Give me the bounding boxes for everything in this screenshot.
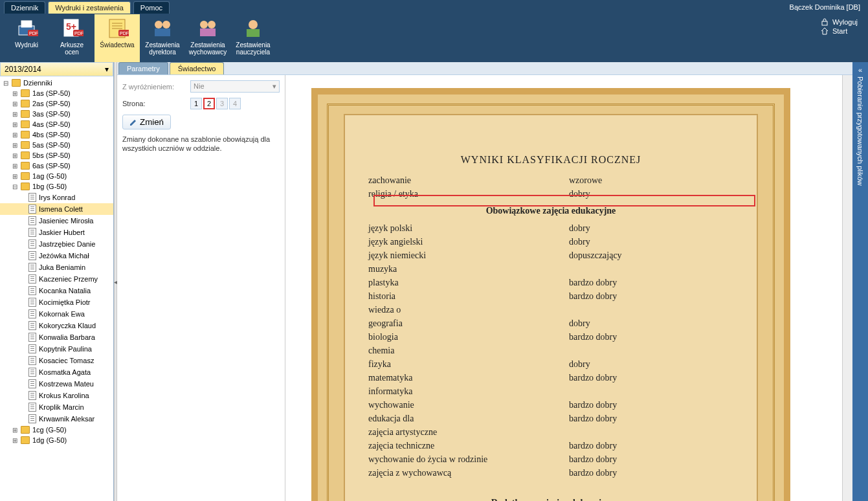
tree-class[interactable]: ⊞5as (SP-50) — [0, 140, 113, 150]
ribbon-label: Świadectwa — [100, 41, 134, 49]
top-tab[interactable]: Pomoc — [133, 1, 170, 14]
document-icon — [28, 414, 36, 423]
folder-icon — [21, 162, 30, 170]
document-icon — [28, 239, 36, 249]
cert-subject-row: plastykabardzo dobry — [368, 276, 733, 289]
cert-subject-row: wychowaniebardzo dobry — [368, 398, 733, 412]
top-tab[interactable]: Wydruki i zestawienia — [48, 1, 131, 14]
svg-rect-21 — [247, 29, 260, 37]
downloads-panel-toggle[interactable]: « Pobieranie przygotowanych plików — [852, 62, 868, 501]
cert-header-row: religia / etykadobry — [368, 187, 733, 201]
document-icon — [28, 368, 36, 377]
cert-subject-row: język angielskidobry — [368, 235, 733, 249]
cert-section2: Dodatkowe zajęcia edukacyjne — [368, 498, 733, 501]
wyroznienie-label: Z wyróżnieniem: — [122, 83, 184, 91]
tree-class[interactable]: ⊞3as (SP-50) — [0, 109, 113, 119]
ribbon-grade-sheets[interactable]: 5+PDFArkuszeocen — [49, 14, 95, 62]
tree-student[interactable]: Kaczeniec Przemy — [0, 273, 113, 285]
certificate-preview[interactable]: WYNIKI KLASYFIKACJI ROCZNEJ zachowaniewz… — [285, 75, 842, 501]
ribbon-label: Zestawieniadyrektora — [145, 41, 179, 56]
tree-student[interactable]: Irys Konrad — [0, 192, 113, 203]
folder-icon — [21, 120, 30, 128]
tree-student[interactable]: Juka Beniamin — [0, 262, 113, 273]
tree-student[interactable]: Jaskier Hubert — [0, 227, 113, 238]
ribbon-printouts[interactable]: PDFWydruki — [4, 14, 49, 62]
wyroznienie-value: Nie — [194, 82, 205, 91]
tree-student[interactable]: Ismena Colett — [0, 203, 113, 215]
tree-class[interactable]: ⊞6as (SP-50) — [0, 161, 113, 171]
document-icon — [28, 321, 36, 330]
tree[interactable]: ⊟Dzienniki⊞1as (SP-50)⊞2as (SP-50)⊞3as (… — [0, 76, 113, 501]
tree-student[interactable]: Jastrzębiec Danie — [0, 238, 113, 250]
cert-subject-row: zajęcia z wychowawcąbardzo dobry — [368, 466, 733, 480]
tree-student[interactable]: Jeżówka Michał — [0, 250, 113, 262]
cert-subject-row: zajęcia technicznebardzo dobry — [368, 439, 733, 452]
page-2[interactable]: 2 — [203, 98, 215, 109]
cert-subject-row: edukacja dlabardzo dobry — [368, 412, 733, 425]
pager: 1234 — [190, 98, 241, 109]
cert-subject-row: geografiadobry — [368, 317, 733, 330]
folder-icon — [21, 151, 30, 159]
tree-class[interactable]: ⊞5bs (SP-50) — [0, 150, 113, 161]
cert-subject-row: muzyka — [368, 262, 733, 276]
document-icon — [28, 286, 36, 295]
tree-root[interactable]: ⊟Dzienniki — [0, 78, 113, 88]
page-1[interactable]: 1 — [190, 98, 202, 109]
cert-subject-row: wiedza o — [368, 303, 733, 317]
tree-class[interactable]: ⊞4bs (SP-50) — [0, 129, 113, 140]
tab-swiadectwo[interactable]: Świadectwo — [170, 62, 225, 74]
tree-student[interactable]: Kosaciec Tomasz — [0, 355, 113, 366]
tree-class[interactable]: ⊞2as (SP-50) — [0, 98, 113, 109]
tree-student[interactable]: Kostrzewa Mateu — [0, 378, 113, 390]
change-label: Zmień — [140, 117, 164, 127]
preview-scrollbar[interactable] — [842, 75, 852, 501]
logout-label: Wyloguj — [832, 18, 858, 26]
document-icon — [28, 403, 36, 412]
change-button[interactable]: Zmień — [122, 115, 171, 129]
tree-student[interactable]: Kocanka Natalia — [0, 285, 113, 296]
ribbon-label: Wydruki — [15, 41, 38, 49]
cert-title: WYNIKI KLASYFIKACJI ROCZNEJ — [368, 154, 733, 166]
ribbon-certificates[interactable]: PDFŚwiadectwa — [95, 14, 140, 62]
document-icon — [28, 205, 36, 214]
pencil-icon — [129, 118, 137, 126]
folder-icon — [21, 426, 30, 434]
tree-class-expanded[interactable]: ⊟1bg (G-50) — [0, 181, 113, 192]
tree-class[interactable]: ⊞4as (SP-50) — [0, 119, 113, 129]
chevron-down-icon: ▾ — [105, 65, 109, 74]
svg-rect-19 — [200, 28, 216, 36]
tree-class[interactable]: ⊞1dg (G-50) — [0, 435, 113, 445]
tree-student[interactable]: Kokoryczka Klaud — [0, 320, 113, 331]
tree-class[interactable]: ⊞1cg (G-50) — [0, 425, 113, 435]
ribbon-teacher-reports[interactable]: Zestawienianauczyciela — [230, 14, 276, 62]
tree-student[interactable]: Kocimiętka Piotr — [0, 296, 113, 308]
chevron-down-icon: ▾ — [273, 82, 276, 91]
cert-subject-row: matematykabardzo dobry — [368, 371, 733, 384]
tree-student[interactable]: Kroplik Marcin — [0, 401, 113, 413]
svg-rect-22 — [822, 21, 827, 25]
tree-student[interactable]: Kokornak Ewa — [0, 308, 113, 320]
folder-icon — [21, 131, 30, 139]
logout-link[interactable]: Wyloguj — [821, 18, 858, 26]
document-icon — [28, 228, 36, 237]
tree-student[interactable]: Kosmatka Agata — [0, 366, 113, 378]
strona-label: Strona: — [122, 100, 184, 107]
svg-text:PDF: PDF — [29, 31, 38, 36]
tree-class[interactable]: ⊞1ag (G-50) — [0, 171, 113, 181]
tree-student[interactable]: Konwalia Barbara — [0, 331, 113, 343]
tab-parametry[interactable]: Parametry — [118, 62, 168, 74]
tree-student[interactable]: Krwawnik Aleksar — [0, 413, 113, 425]
top-tab[interactable]: Dziennik — [4, 1, 45, 14]
ribbon-tutor-reports[interactable]: Zestawieniawychowawcy — [185, 14, 230, 62]
chevron-left-icon: « — [858, 66, 862, 74]
tree-student[interactable]: Kopytnik Paulina — [0, 343, 113, 355]
tree-student[interactable]: Jasieniec Mirosła — [0, 215, 113, 227]
start-link[interactable]: Start — [821, 27, 858, 35]
ribbon-director-reports[interactable]: Zestawieniadyrektora — [140, 14, 185, 62]
ribbon-label: Arkuszeocen — [60, 41, 83, 56]
tree-class[interactable]: ⊞1as (SP-50) — [0, 88, 113, 98]
tree-student[interactable]: Krokus Karolina — [0, 390, 113, 401]
year-select[interactable]: 2013/2014 ▾ — [0, 62, 113, 76]
cert-subject-row: zajęcia artystyczne — [368, 425, 733, 439]
folder-icon — [21, 89, 30, 97]
